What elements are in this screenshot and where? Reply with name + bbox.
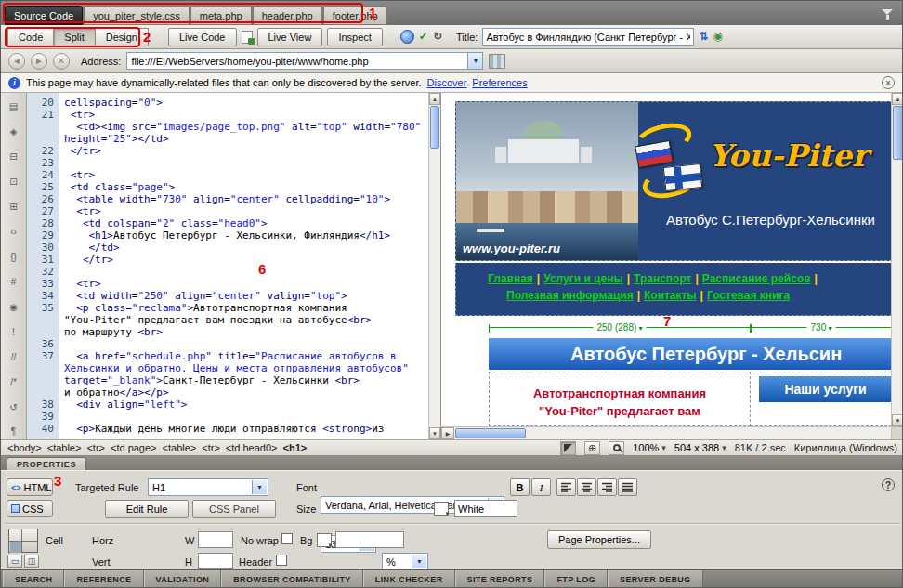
promo-cell[interactable]: Автотранспортная компания "You-Piter" пр… (489, 372, 751, 426)
css-mode-button[interactable]: CSS (7, 500, 53, 517)
code-line[interactable]: height="25"></td> (27, 133, 428, 145)
code-line[interactable]: 29 <h1>Автобус Петербург - Хельсинки, Фи… (27, 229, 428, 242)
nav-link[interactable]: Контакты (644, 289, 697, 302)
address-dropdown-icon[interactable] (467, 53, 482, 69)
header-checkbox[interactable] (276, 555, 287, 566)
align-center-button[interactable] (577, 478, 596, 496)
site-logo-text[interactable]: You-Piter (709, 137, 868, 174)
format-source-code-icon[interactable]: ¶ (6, 425, 22, 439)
design-view-button[interactable]: Design (95, 28, 149, 46)
results-tab[interactable]: SERVER DEBUG (608, 570, 703, 588)
stop-icon[interactable]: ✕ (53, 53, 70, 70)
code-line[interactable]: 35 <p class="reclama">Автотранспортная к… (27, 302, 428, 314)
scroll-down-icon[interactable] (429, 427, 440, 439)
code-line[interactable]: "You-Piter" предлагает вам поездки на ав… (27, 314, 428, 326)
code-line[interactable]: Хельсинки и обратно. Цены и места отправ… (27, 362, 428, 374)
collapse-selection-icon[interactable]: ⊡ (6, 175, 22, 189)
balance-braces-icon[interactable]: {} (6, 250, 22, 265)
doc-tab[interactable]: you_piter_style.css (84, 6, 190, 25)
results-tab[interactable]: BROWSER COMPATIBILITY (221, 570, 363, 588)
code-line[interactable]: по маршруту <br> (27, 326, 428, 338)
filter-related-files-icon[interactable] (882, 9, 893, 20)
column-width-menu[interactable]: 250 (288) (593, 321, 646, 334)
promo-line-2[interactable]: "You-Piter" предлагает вам (490, 402, 750, 420)
align-right-button[interactable] (597, 478, 617, 496)
code-scroll-thumb[interactable] (430, 106, 439, 149)
merge-cells-icon[interactable]: ▭ (7, 555, 22, 568)
help-icon[interactable]: ? (882, 478, 895, 491)
results-tab[interactable]: SITE REPORTS (455, 570, 545, 588)
design-scroll-thumb[interactable] (893, 106, 903, 160)
code-line[interactable]: 30 </td> (27, 242, 428, 254)
promo-line-1[interactable]: Автотранспортная компания (490, 385, 750, 402)
site-url-text[interactable]: www.you-piter.ru (463, 242, 560, 255)
tag-selector-item[interactable]: <tr> (86, 442, 105, 453)
code-view-button[interactable]: Code (7, 28, 54, 46)
results-tab[interactable]: LINK CHECKER (363, 570, 455, 588)
preferences-link[interactable]: Preferences (472, 77, 527, 88)
code-line[interactable]: 31 </tr> (27, 254, 428, 266)
code-line[interactable]: 36 (27, 338, 428, 350)
italic-button[interactable]: I (531, 478, 551, 496)
magnification-dropdown[interactable]: 100% (633, 442, 666, 453)
code-editor[interactable]: 20cellspacing="0">21 <tr> <td><img src="… (27, 93, 428, 439)
scroll-down-icon[interactable] (892, 414, 903, 426)
discover-link[interactable]: Discover (427, 77, 467, 88)
code-line[interactable]: target="_blank">Санкт-Петербург - Хельси… (27, 374, 428, 386)
zoom-tool-button[interactable] (609, 441, 624, 455)
html-mode-button[interactable]: <> HTML (7, 478, 53, 496)
code-line[interactable]: 39 (27, 411, 428, 423)
nav-link[interactable]: Гостевая книга (707, 289, 790, 302)
height-input[interactable] (198, 553, 233, 569)
services-header[interactable]: Наши услуги (759, 376, 891, 402)
live-view-button[interactable]: Live View (257, 28, 323, 46)
code-line[interactable]: 37 <a href="schedule.php" title="Расписа… (27, 350, 428, 362)
close-infobar-icon[interactable]: ✕ (882, 76, 895, 89)
targeted-rule-dropdown[interactable]: H1 (148, 478, 268, 496)
tag-selector-item[interactable]: <table> (47, 442, 82, 453)
design-view[interactable]: You-Piter Автобус С.Петербург-Хельсинки … (440, 93, 891, 439)
highlight-invalid-code-icon[interactable]: ◉ (6, 299, 22, 314)
tag-selector-item[interactable]: <body> (7, 442, 42, 453)
code-line[interactable]: 20cellspacing="0"> (27, 97, 428, 109)
code-line[interactable]: 23 (27, 157, 428, 169)
site-subtitle[interactable]: Автобус С.Петербург-Хельсинки (666, 212, 875, 228)
text-color-swatch[interactable] (434, 502, 449, 516)
code-navigator-icon[interactable]: ◈ (6, 124, 22, 139)
refresh-icon[interactable] (433, 30, 442, 44)
code-line[interactable]: и обратно</a></p> (27, 386, 428, 399)
nav-link[interactable]: Транспорт (634, 272, 691, 285)
css-panel-button[interactable]: CSS Panel (192, 500, 276, 518)
line-numbers-icon[interactable]: # (6, 274, 22, 289)
split-cell-icon[interactable]: ◫ (24, 555, 39, 568)
preview-in-browser-icon[interactable] (400, 30, 414, 44)
code-line[interactable]: 40 <p>Каждый день многие люди отправляют… (27, 423, 428, 435)
scroll-up-icon[interactable] (429, 93, 440, 105)
design-hscroll-thumb[interactable] (455, 428, 526, 438)
color-name-input[interactable] (454, 500, 517, 517)
tag-selector-item[interactable]: <td.head0> (226, 442, 278, 453)
design-horizontal-scrollbar[interactable] (441, 426, 891, 439)
align-justify-button[interactable] (618, 478, 637, 496)
nav-link[interactable]: Полезная информация (506, 289, 634, 302)
code-line[interactable]: <td><img src="images/page_top.png" alt="… (27, 121, 428, 133)
edit-rule-button[interactable]: Edit Rule (105, 500, 189, 518)
select-parent-tag-icon[interactable]: ‹› (6, 225, 22, 240)
window-size-dropdown[interactable]: 504 x 388 (674, 442, 726, 453)
align-left-button[interactable] (556, 478, 576, 496)
tag-selector-item[interactable]: <tr> (202, 442, 220, 453)
inspect-button[interactable]: Inspect (327, 28, 382, 46)
doc-tab[interactable]: footer.php (323, 6, 387, 25)
results-tab[interactable]: SEARCH (3, 570, 64, 588)
size-unit-dropdown[interactable]: % (382, 553, 428, 570)
doc-tab[interactable]: meta.php (190, 6, 252, 25)
code-line[interactable]: 26 <table width="730" align="center" cel… (27, 193, 428, 205)
expand-all-icon[interactable]: ⊞ (6, 200, 22, 215)
code-line[interactable]: 22 </tr> (27, 145, 428, 157)
live-code-button[interactable]: Live Code (168, 28, 237, 46)
design-vertical-scrollbar[interactable] (891, 93, 903, 439)
live-view-options-icon[interactable] (713, 30, 722, 44)
scroll-up-icon[interactable] (892, 93, 903, 105)
remove-comment-icon[interactable]: /* (6, 374, 22, 389)
address-combo[interactable]: file:///E|/WebServers/home/you-piter/www… (126, 52, 483, 70)
